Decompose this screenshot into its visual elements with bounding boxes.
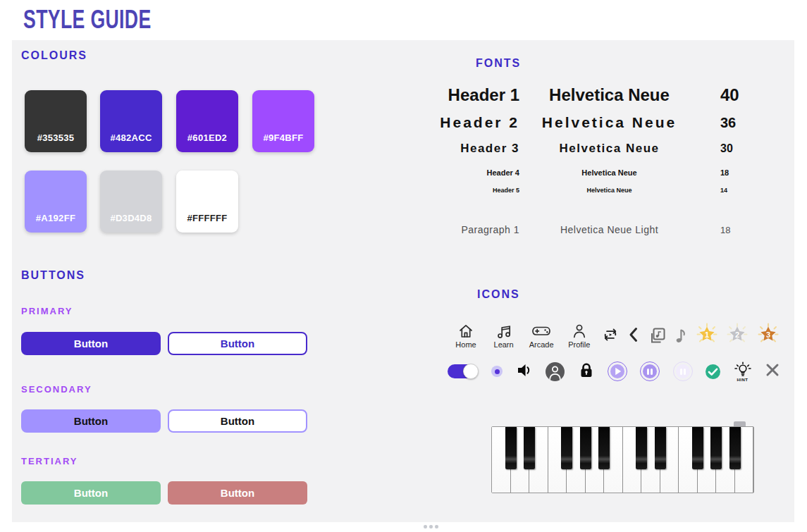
star-1-number: 1 [705, 330, 709, 339]
secondary-filled-button[interactable]: Button [21, 409, 161, 433]
font-size-value: 40 [699, 85, 758, 105]
back-button[interactable] [627, 326, 639, 347]
font-style-name: Header 2 [421, 114, 519, 131]
piano-widget [491, 421, 754, 493]
radio-button[interactable] [491, 366, 503, 377]
close-icon [765, 362, 780, 378]
play-icon [610, 364, 624, 378]
speaker-icon [516, 362, 533, 378]
star-1-icon: 1 [695, 322, 719, 346]
icon-row-1: Home Learn Arcade Profile [450, 322, 780, 356]
font-family-name: Helvetica Neue Light [519, 224, 699, 235]
hint-lightbulb-icon [734, 361, 752, 378]
star-3-icon: 3 [756, 322, 780, 346]
star-2-number: 2 [735, 330, 739, 339]
toggle-switch[interactable] [448, 364, 479, 379]
colour-swatch: #9F4BFF [252, 90, 314, 152]
font-row: Header 4 Helvetica Neue 18 [421, 168, 758, 177]
profile-icon [571, 322, 588, 340]
primary-outline-button[interactable]: Button [168, 332, 307, 355]
swatch-hex-label: #A192FF [36, 213, 75, 233]
font-family-name: Helvetica Neue [519, 85, 699, 105]
piano-black-key[interactable] [524, 427, 535, 469]
font-style-name: Header 1 [421, 85, 519, 105]
profile-avatar-button[interactable] [546, 362, 565, 381]
piano-black-key[interactable] [561, 427, 572, 469]
font-size-value: 30 [699, 142, 758, 155]
nav-home-label: Home [455, 340, 476, 349]
secondary-outline-button[interactable]: Button [168, 409, 307, 433]
tertiary-green-button[interactable]: Button [21, 481, 161, 505]
piano-black-key[interactable] [655, 427, 666, 469]
piano-black-key[interactable] [710, 427, 722, 469]
play-button[interactable] [608, 361, 627, 381]
font-family-name: Helvetica Neue [519, 114, 699, 131]
colour-swatch: #353535 [25, 90, 87, 152]
piano-black-key[interactable] [692, 427, 703, 469]
font-specimen-table: Header 1 Helvetica Neue 40 Header 2 Helv… [421, 85, 758, 235]
secondary-label: SECONDARY [21, 384, 92, 395]
style-guide-panel: COLOURS #353535 #482ACC #601ED2 #9F4BFF … [12, 40, 794, 522]
swatch-hex-label: #353535 [37, 132, 75, 152]
piano-black-key[interactable] [580, 427, 591, 469]
colour-swatch: #601ED2 [176, 90, 238, 152]
tertiary-red-button[interactable]: Button [168, 481, 307, 505]
check-button[interactable] [706, 364, 720, 379]
repeat-icon [601, 326, 620, 344]
font-row: Header 1 Helvetica Neue 40 [421, 85, 758, 105]
font-row: Header 2 Helvetica Neue 36 [421, 114, 758, 131]
music-note-icon [674, 326, 688, 345]
check-icon [706, 364, 720, 379]
font-style-name: Paragraph 1 [421, 224, 519, 235]
pause-button[interactable] [640, 361, 660, 381]
colour-swatch: #482ACC [100, 90, 162, 152]
piano-black-key[interactable] [729, 427, 741, 469]
home-icon [457, 322, 474, 340]
star-1: 1 [695, 322, 719, 349]
repeat-button[interactable] [601, 326, 620, 347]
swatch-hex-label: #601ED2 [187, 132, 227, 152]
font-size-value: 14 [699, 187, 758, 194]
font-size-value: 36 [699, 115, 758, 131]
music-note [674, 326, 688, 347]
style-guide-page: STYLE GUIDE COLOURS #353535 #482ACC #601… [0, 0, 807, 532]
swatch-hex-label: #D3D4D8 [110, 213, 152, 233]
font-row: Header 5 Helvetica Neue 14 [421, 187, 758, 194]
swatch-hex-label: #482ACC [110, 132, 152, 152]
music-library-button[interactable] [646, 326, 667, 349]
colour-swatch: #D3D4D8 [100, 171, 162, 233]
star-2-icon: 2 [725, 322, 749, 346]
nav-profile[interactable]: Profile [564, 322, 595, 349]
nav-arcade-label: Arcade [529, 340, 554, 349]
piano-black-key[interactable] [505, 427, 517, 469]
hint-button[interactable]: HINT [734, 361, 752, 382]
close-button[interactable] [765, 362, 780, 381]
font-size-value: 18 [699, 168, 758, 177]
learn-icon [495, 322, 513, 340]
page-title: STYLE GUIDE [23, 5, 152, 35]
font-family-name: Helvetica Neue [519, 142, 699, 156]
lock-icon [578, 361, 595, 379]
piano[interactable] [491, 426, 754, 493]
nav-home[interactable]: Home [450, 322, 481, 349]
primary-filled-button[interactable]: Button [21, 332, 161, 355]
music-library-icon [646, 326, 667, 346]
drag-handle-dots[interactable] [424, 525, 438, 528]
buttons-heading: BUTTONS [21, 269, 85, 282]
nav-arcade[interactable]: Arcade [526, 322, 557, 349]
swatch-hex-label: #9F4BFF [263, 132, 303, 152]
volume-button[interactable] [516, 362, 533, 381]
colours-heading: COLOURS [21, 49, 87, 62]
colour-swatch: #FFFFFF [176, 171, 238, 233]
nav-learn[interactable]: Learn [488, 322, 519, 349]
piano-black-key[interactable] [598, 427, 610, 469]
hint-label: HINT [737, 378, 749, 382]
icon-row-2: HINT [448, 359, 780, 384]
piano-black-key[interactable] [636, 427, 647, 469]
icons-heading: ICONS [477, 288, 520, 301]
nav-learn-label: Learn [494, 340, 514, 349]
font-size-value: 18 [699, 225, 758, 235]
star-3-number: 3 [766, 330, 770, 339]
pause-icon [643, 364, 657, 378]
star-2: 2 [725, 322, 749, 349]
